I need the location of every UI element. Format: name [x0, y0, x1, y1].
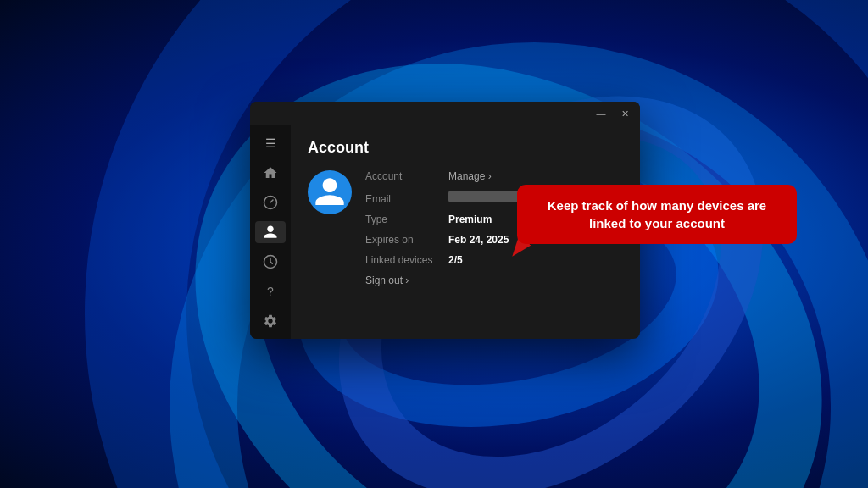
linked-devices-value: 2/5 [448, 254, 463, 266]
minimize-button[interactable]: — [596, 108, 606, 119]
sidebar-item-history[interactable] [255, 250, 286, 273]
expires-label: Expires on [365, 234, 442, 246]
sidebar-item-home[interactable] [255, 162, 286, 185]
sidebar-item-account[interactable] [255, 221, 286, 244]
linked-devices-row: Linked devices 2/5 [365, 254, 623, 266]
type-value: Premium [448, 214, 492, 225]
sign-out-link[interactable]: Sign out › [365, 274, 623, 286]
sidebar-item-hamburger[interactable]: ☰ [255, 132, 286, 155]
email-label: Email [365, 193, 442, 205]
callout-text: Keep track of how many devices are linke… [548, 198, 766, 230]
callout-bubble: Keep track of how many devices are linke… [517, 185, 797, 244]
sidebar-item-speed[interactable] [255, 191, 286, 214]
title-bar: — ✕ [250, 102, 640, 125]
page-title: Account [308, 139, 623, 157]
type-label: Type [365, 214, 442, 225]
close-button[interactable]: ✕ [620, 108, 630, 119]
manage-link[interactable]: Manage › [448, 170, 492, 182]
linked-devices-label: Linked devices [365, 254, 442, 266]
avatar [308, 170, 352, 214]
sidebar: ☰ ? [250, 125, 291, 339]
sidebar-item-settings[interactable] [255, 309, 286, 332]
account-row: Account Manage › [365, 170, 623, 182]
account-label: Account [365, 170, 442, 182]
sidebar-item-help[interactable]: ? [255, 280, 286, 302]
avatar-container [308, 170, 352, 286]
expires-value: Feb 24, 2025 [448, 234, 509, 246]
